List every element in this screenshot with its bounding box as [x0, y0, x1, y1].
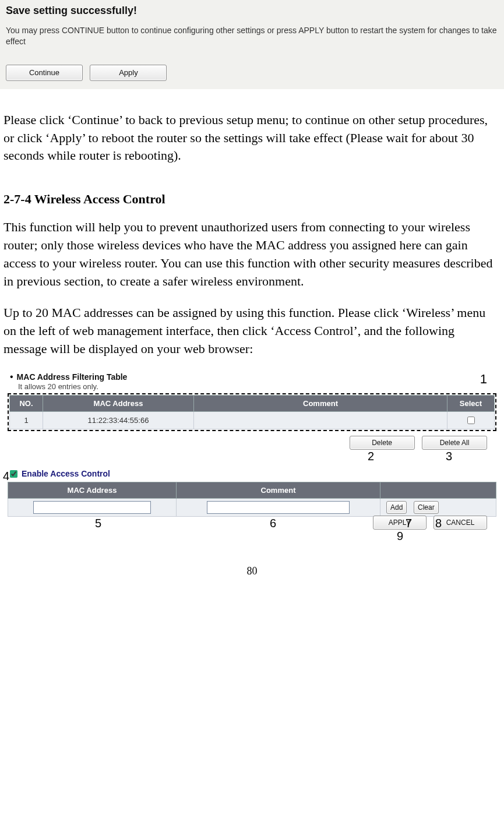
- section-heading: 2-7-4 Wireless Access Control: [0, 192, 504, 207]
- cell-select: [447, 411, 495, 429]
- save-settings-panel: Save setting successfully! You may press…: [0, 0, 504, 89]
- callout-7: 7: [406, 517, 412, 530]
- table-row: 1 11:22:33:44:55:66: [10, 411, 495, 429]
- cell-mac: 11:22:33:44:55:66: [43, 411, 194, 429]
- callout-row-2-3: 2 3: [8, 450, 496, 464]
- save-instructions: You may press CONTINUE button to continu…: [6, 25, 498, 47]
- paragraph-2: This function will help you to prevent u…: [0, 218, 504, 290]
- filter-table-note: It allows 20 entries only.: [18, 382, 496, 391]
- callout-1: 1: [480, 372, 487, 387]
- clear-button[interactable]: Clear: [414, 501, 439, 514]
- header-mac: MAC Address: [43, 395, 194, 411]
- apply-button[interactable]: Apply: [90, 65, 167, 81]
- add-header-mac: MAC Address: [8, 482, 177, 498]
- enable-access-control-checkbox[interactable]: [10, 470, 17, 478]
- callout-6: 6: [270, 517, 276, 530]
- add-entry-table: MAC Address Comment Add Clear: [8, 482, 496, 517]
- callout-row-5-8: 5 6 7 8: [8, 517, 496, 530]
- enable-access-control-label: Enable Access Control: [22, 469, 110, 478]
- callout-row-9: 9: [8, 530, 496, 542]
- paragraph-1: Please click ‘Continue’ to back to previ…: [0, 111, 504, 165]
- header-select: Select: [447, 395, 495, 411]
- bullet-icon: •: [10, 372, 13, 382]
- delete-button[interactable]: Delete: [350, 436, 415, 450]
- router-access-control-panel: 1 • MAC Address Filtering Table It allow…: [3, 370, 501, 549]
- cell-no: 1: [10, 411, 43, 429]
- callout-5: 5: [95, 517, 101, 530]
- callout-8: 8: [435, 517, 442, 530]
- save-title: Save setting successfully!: [6, 5, 498, 17]
- add-table-header-row: MAC Address Comment: [8, 482, 496, 498]
- cell-comment: [194, 411, 447, 429]
- filter-table-title: MAC Address Filtering Table: [17, 372, 128, 382]
- enable-access-control-row: Enable Access Control: [8, 468, 496, 479]
- delete-all-button[interactable]: Delete All: [422, 436, 487, 450]
- comment-input[interactable]: [207, 501, 350, 514]
- callout-4: 4: [3, 470, 9, 483]
- row-select-checkbox[interactable]: [467, 417, 475, 424]
- filter-table-highlight: NO. MAC Address Comment Select 1 11:22:3…: [8, 393, 496, 431]
- save-button-row: Continue Apply: [6, 65, 498, 81]
- callout-9: 9: [397, 530, 403, 543]
- filter-table-heading-row: • MAC Address Filtering Table: [8, 372, 496, 382]
- page-number: 80: [0, 565, 504, 583]
- add-header-comment: Comment: [177, 482, 380, 498]
- continue-button[interactable]: Continue: [6, 65, 83, 81]
- add-table-input-row: Add Clear: [8, 498, 496, 516]
- mac-filter-table: NO. MAC Address Comment Select 1 11:22:3…: [9, 395, 495, 429]
- filter-table-actions: Delete Delete All: [8, 436, 496, 450]
- paragraph-3: Up to 20 MAC addresses can be assigned b…: [0, 304, 504, 358]
- callout-2: 2: [368, 450, 374, 463]
- callout-3: 3: [446, 450, 452, 463]
- header-no: NO.: [10, 395, 43, 411]
- mac-address-input[interactable]: [33, 501, 151, 514]
- add-button[interactable]: Add: [386, 501, 407, 514]
- header-comment: Comment: [194, 395, 447, 411]
- add-header-actions: [380, 482, 496, 498]
- table-header-row: NO. MAC Address Comment Select: [10, 395, 495, 411]
